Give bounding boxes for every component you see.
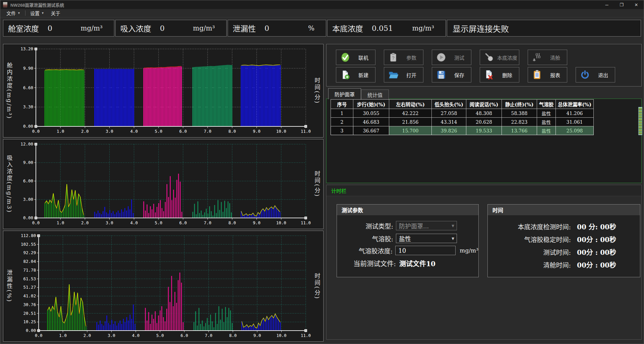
table-cell: 19.533 <box>466 126 502 135</box>
current-file-row: 当前测试文件: 测试文件10 <box>337 258 478 268</box>
test-type-select[interactable]: 防护面罩... ▼ <box>396 221 457 230</box>
tab-active[interactable]: 防护面罩 <box>328 88 361 99</box>
power-icon <box>580 70 590 80</box>
table-row[interactable]: 130.05542.22227.05848.30858.388盐性41.206 <box>331 109 594 118</box>
play-button[interactable]: 测试 <box>432 50 471 65</box>
button-label: 参数 <box>400 54 423 61</box>
svg-text:0.00: 0.00 <box>23 124 33 129</box>
file-delete-icon <box>484 70 494 80</box>
inhaled-concentration-chart-panel: 吸入浓度(mg/m3) 0.003.006.009.0012.000.01.02… <box>3 139 324 229</box>
readout-label: 吸入浓度 <box>120 22 151 34</box>
column-header: 静止(终)(%) <box>502 100 537 109</box>
menu-item-label: 关于 <box>51 10 60 16</box>
button-label: 测试 <box>448 54 471 61</box>
report-button[interactable]: 报表 <box>528 67 567 82</box>
title-bar: NW268面罩泄漏性测试系统 ─❐✕ <box>0 0 644 9</box>
svg-text:12.00: 12.00 <box>20 141 33 147</box>
level-indicator[interactable] <box>638 107 642 135</box>
menu-item[interactable]: 文件▼ <box>3 10 24 16</box>
table-row[interactable]: 246.68321.85643.31420.62822.823盐性31.061 <box>331 118 594 126</box>
minimize-button[interactable]: ─ <box>599 0 614 9</box>
table-cell: 39.826 <box>432 126 466 135</box>
svg-text:0.0: 0.0 <box>35 333 43 338</box>
svg-text:0.00: 0.00 <box>23 215 33 220</box>
maximize-button[interactable]: ❐ <box>614 0 629 9</box>
readout-unit: mg/m³ <box>412 24 434 32</box>
svg-text:3.30: 3.30 <box>23 104 33 109</box>
svg-text:13.20: 13.20 <box>20 46 33 51</box>
svg-text:7.0: 7.0 <box>204 220 212 225</box>
svg-text:5.0: 5.0 <box>155 220 163 225</box>
svg-text:8.0: 8.0 <box>228 129 236 134</box>
time-row: 气溶胶稳定时间:00分 : 00秒 <box>488 233 640 245</box>
current-file-name: 测试文件10 <box>399 259 435 268</box>
folder-open-icon <box>388 70 398 80</box>
svg-text:51.27: 51.27 <box>23 285 36 290</box>
svg-text:0.0: 0.0 <box>32 129 40 134</box>
play-icon <box>436 52 446 62</box>
cabin-concentration-chart: 0.003.306.609.9013.200.01.02.03.04.05.06… <box>15 44 311 137</box>
time-row-label: 清舱时间: <box>488 260 571 269</box>
purge-button[interactable]: 清舱 <box>528 50 567 65</box>
svg-text:3.0: 3.0 <box>106 220 113 225</box>
probe-button[interactable]: 本底浓度 <box>480 50 519 65</box>
svg-text:6.0: 6.0 <box>179 220 187 225</box>
save-button[interactable]: 保存 <box>432 67 471 82</box>
tab-inactive[interactable]: 统计值 <box>361 90 389 99</box>
button-label: 联机 <box>352 54 375 61</box>
menu-item[interactable]: 关于 <box>48 10 64 16</box>
svg-text:6.0: 6.0 <box>181 333 188 338</box>
svg-text:20.51: 20.51 <box>23 311 36 316</box>
probe-icon <box>484 52 494 62</box>
aerosol-concentration-unit: mg/m³ <box>460 247 478 254</box>
table-cell: 58.388 <box>502 109 537 118</box>
svg-text:61.53: 61.53 <box>23 276 36 281</box>
aerosol-concentration-row: 气溶胶浓度: 10 mg/m³ <box>337 245 478 255</box>
table-cell: 42.222 <box>389 109 432 118</box>
menu-item[interactable]: 设置▼ <box>27 10 48 16</box>
svg-text:11.0: 11.0 <box>301 333 311 338</box>
clipboard-question-button[interactable]: ?参数 <box>384 50 423 65</box>
table-cell: 36.667 <box>353 126 389 135</box>
check-circle-button[interactable]: 联机 <box>336 50 375 65</box>
column-header: 步行(始)(%) <box>353 100 389 109</box>
close-button[interactable]: ✕ <box>629 0 644 9</box>
button-label: 清舱 <box>543 54 567 61</box>
readout-label: 本底浓度 <box>332 22 363 34</box>
readout-label: 泄漏性 <box>233 22 256 34</box>
toolbar: 联机?参数测试本底浓度清舱 新建打开保存删除报表退出 <box>326 44 642 87</box>
svg-text:11.0: 11.0 <box>301 129 311 134</box>
check-circle-icon <box>340 52 350 62</box>
table-cell: 43.314 <box>432 118 466 126</box>
app-icon <box>3 2 8 8</box>
table-row[interactable]: 336.66715.70039.82619.53313.766盐性25.098 <box>331 126 594 135</box>
table-cell: 13.766 <box>502 126 537 135</box>
table-cell: 30.055 <box>353 109 389 118</box>
menu-bar: 文件▼设置▼关于 <box>0 9 644 17</box>
table-cell: 27.058 <box>432 109 466 118</box>
report-icon <box>532 70 542 80</box>
svg-text:1.0: 1.0 <box>57 129 64 134</box>
purge-icon <box>532 52 542 62</box>
folder-open-button[interactable]: 打开 <box>384 67 423 82</box>
table-cell: 20.628 <box>466 118 502 126</box>
time-row-value: 00分 : 00秒 <box>577 260 616 270</box>
button-label: 新建 <box>352 71 375 78</box>
column-header: 低头抬头(%) <box>432 100 466 109</box>
aerosol-select[interactable]: 盐性 ▼ <box>396 234 457 243</box>
svg-text:10.0: 10.0 <box>276 220 286 225</box>
inhaled-concentration-chart: 0.003.006.009.0012.000.01.02.03.04.05.06… <box>15 139 311 229</box>
test-params-title: 测试参数 <box>337 205 478 215</box>
readout-3: 本底浓度0.051mg/m³ <box>327 20 446 37</box>
aerosol-concentration-input[interactable]: 10 <box>395 246 456 255</box>
chevron-down-icon: ▼ <box>452 224 454 228</box>
power-button[interactable]: 退出 <box>576 67 615 82</box>
svg-text:41.02: 41.02 <box>23 293 36 298</box>
aerosol-concentration-value: 10 <box>398 247 406 254</box>
column-header: 气溶胶 <box>537 100 556 109</box>
file-new-button[interactable]: 新建 <box>336 67 375 82</box>
aerosol-row: 气溶胶: 盐性 ▼ <box>337 233 478 243</box>
file-delete-button[interactable]: 删除 <box>480 67 519 82</box>
table-cell: 2 <box>331 118 353 126</box>
button-label: 删除 <box>495 71 519 78</box>
